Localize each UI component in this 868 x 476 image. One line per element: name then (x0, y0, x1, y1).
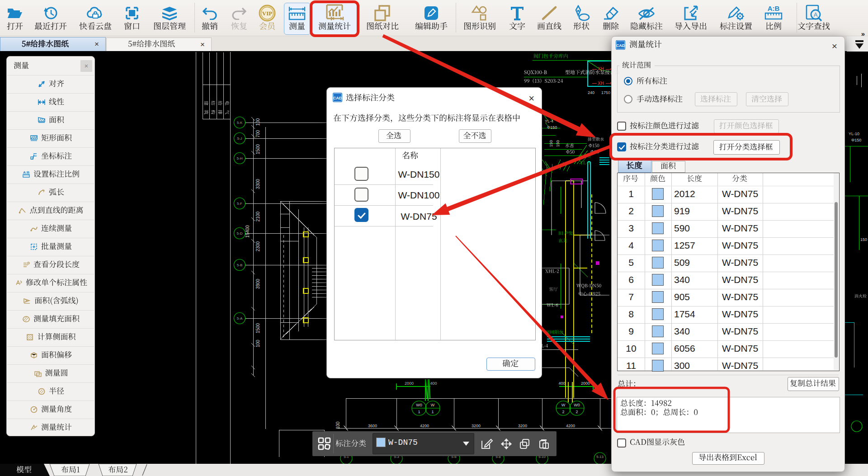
svg-text:2: 2 (562, 410, 564, 414)
svg-text:2: 2 (576, 410, 578, 414)
svg-text:Φ150: Φ150 (547, 125, 557, 130)
svg-text:400: 400 (430, 381, 437, 386)
svg-text:5-K: 5-K (237, 121, 243, 125)
svg-text:A:B: A:B (768, 5, 780, 12)
svg-text:YL-10: YL-10 (849, 132, 859, 136)
svg-text:1750: 1750 (601, 90, 610, 95)
svg-text:XH: XH (598, 81, 604, 86)
svg-text:150: 150 (556, 140, 560, 147)
svg-text:CAD: CAD (333, 96, 342, 100)
svg-text:VIP: VIP (262, 10, 272, 17)
svg-text:1500: 1500 (255, 323, 260, 333)
svg-text:5-J: 5-J (237, 137, 242, 141)
svg-text:100: 100 (255, 118, 260, 126)
svg-text:400: 400 (558, 381, 565, 386)
svg-text:W0: W0 (574, 403, 580, 407)
svg-text:W: W (561, 403, 566, 407)
svg-text:CAD: CAD (616, 43, 625, 48)
svg-text:3200: 3200 (518, 424, 527, 428)
svg-text:2000: 2000 (581, 381, 590, 386)
svg-text:4200: 4200 (420, 424, 429, 428)
svg-text:2000: 2000 (405, 381, 414, 386)
svg-text:150: 150 (860, 237, 867, 242)
svg-text:5-F: 5-F (237, 202, 242, 206)
svg-text:5-H: 5-H (237, 156, 243, 160)
svg-text:15400: 15400 (245, 225, 250, 238)
svg-text:5-B: 5-B (237, 263, 242, 267)
svg-text:3300: 3300 (255, 179, 260, 189)
svg-text:240: 240 (588, 90, 594, 95)
svg-text:A: A (814, 11, 818, 18)
svg-text:XH: XH (598, 66, 604, 71)
svg-text:Φ150: Φ150 (851, 138, 861, 142)
svg-text:YL-4: YL-4 (545, 119, 553, 123)
svg-text:3900: 3900 (255, 278, 260, 289)
svg-text:100: 100 (335, 421, 340, 429)
svg-text:4200: 4200 (566, 424, 575, 428)
svg-text:3600: 3600 (368, 424, 377, 428)
svg-text:5-13: 5-13 (596, 455, 604, 459)
svg-text:2300: 2300 (255, 241, 260, 251)
svg-text:100: 100 (255, 339, 260, 347)
svg-text:1: 1 (418, 410, 420, 414)
svg-text:5-D: 5-D (237, 231, 243, 236)
svg-text:1500: 1500 (255, 144, 260, 154)
svg-text:5-A: 5-A (237, 316, 243, 320)
svg-text:A:B: A:B (23, 170, 29, 174)
svg-text:150: 150 (549, 140, 553, 147)
svg-text:700: 700 (255, 130, 260, 137)
svg-text:2100: 2100 (255, 211, 260, 222)
svg-text:1: 1 (431, 410, 434, 414)
svg-text:W: W (431, 403, 435, 407)
svg-text:3200: 3200 (472, 424, 481, 428)
svg-text:W0: W0 (416, 403, 422, 407)
